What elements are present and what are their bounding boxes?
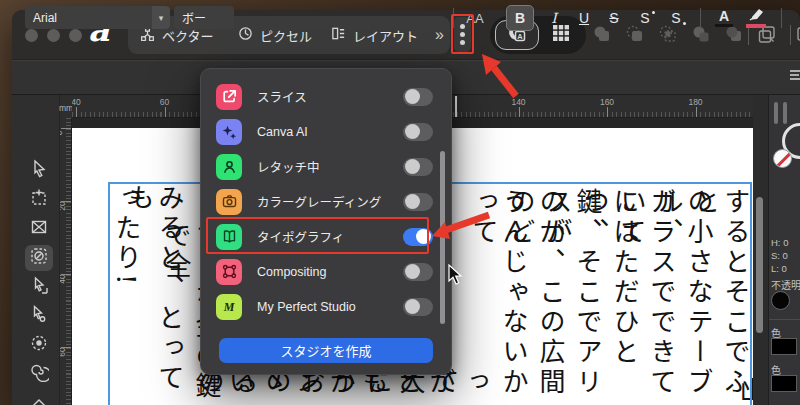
- ruler-label: 60: [160, 97, 169, 107]
- text-column: するとそこでふと: [717, 188, 749, 405]
- contour-tool-button[interactable]: [25, 303, 53, 329]
- svg-text:M: M: [223, 300, 235, 314]
- panel-grip[interactable]: [774, 102, 778, 124]
- ruler-label: 40: [60, 274, 67, 283]
- font-family-select[interactable]: Arial ▾: [25, 6, 170, 29]
- studio-item-canva-ai[interactable]: Canva AI: [201, 114, 451, 149]
- italic-button[interactable]: I: [542, 5, 566, 31]
- selection-brush-tool-button[interactable]: [25, 332, 53, 358]
- document-scrollbar-thumb[interactable]: [756, 197, 763, 333]
- font-weight-select[interactable]: ボー: [174, 6, 234, 29]
- popup-scrollbar-thumb[interactable]: [440, 151, 445, 324]
- ruler-label: 40: [72, 97, 81, 107]
- annotation-box-menu: [451, 14, 474, 54]
- retouch-toggle[interactable]: [403, 158, 433, 176]
- artboard-tool-button[interactable]: [25, 187, 53, 213]
- studio-item-compositing[interactable]: Compositing: [201, 254, 451, 289]
- toolbar-divider: [790, 25, 791, 45]
- compositing-toggle[interactable]: [403, 263, 433, 281]
- superscript-button[interactable]: S: [633, 5, 657, 31]
- boolean-divide-icon[interactable]: [691, 24, 712, 49]
- ruler-label: 60: [60, 347, 67, 356]
- traffic-light-minimize[interactable]: [47, 29, 60, 42]
- ruler-label: 0: [60, 131, 64, 136]
- my-perfect-studio-toggle[interactable]: [403, 298, 433, 316]
- create-studio-button[interactable]: スタジオを作成: [219, 338, 433, 363]
- highlighter-button[interactable]: [744, 5, 768, 31]
- strikethrough-button[interactable]: S: [602, 5, 626, 31]
- ruler-cursor-line: [455, 96, 457, 117]
- svg-text:A: A: [517, 32, 523, 41]
- opacity-swatch[interactable]: [771, 291, 790, 310]
- panel-divider: [769, 319, 800, 320]
- font-family-value: Arial: [33, 11, 57, 25]
- highlight-color-swatch: [746, 24, 766, 28]
- marquee-tool-button[interactable]: [25, 245, 53, 271]
- color-grading-icon: [216, 189, 242, 215]
- slice-icon: [216, 84, 242, 110]
- studio-item-label: スライス: [257, 87, 307, 106]
- canva-ai-icon: [216, 119, 242, 145]
- insert-inside-icon[interactable]: [795, 25, 800, 49]
- placeholder-tool-icon: [29, 217, 49, 241]
- text-column: ガラスでできていて: [643, 188, 675, 405]
- subscript-button[interactable]: S: [664, 5, 688, 31]
- color-grading-toggle[interactable]: [403, 193, 433, 211]
- text-column: って: [456, 368, 488, 405]
- persona-tab-layout[interactable]: レイアウト: [331, 16, 418, 54]
- compositing-icon: [216, 259, 242, 285]
- studio-item-slice[interactable]: スライス: [201, 79, 451, 114]
- text-column: の小さなテーブル、: [680, 188, 712, 405]
- color-swatch[interactable]: [771, 375, 797, 392]
- text-frame-border: [750, 182, 752, 405]
- move-tool-button[interactable]: [25, 158, 53, 184]
- shape-tool-button[interactable]: [25, 396, 53, 405]
- traffic-light-close[interactable]: [25, 29, 38, 42]
- studio-item-label: Canva AI: [257, 125, 308, 139]
- marquee-tool-icon: [29, 246, 49, 270]
- studio-item-label: レタッチ中: [257, 157, 320, 176]
- persona-tab-pixel[interactable]: ピクセル: [238, 16, 312, 54]
- align-left-icon[interactable]: [789, 69, 800, 87]
- panel-grip[interactable]: [783, 102, 787, 124]
- traffic-light-zoom[interactable]: [69, 29, 82, 42]
- canva-ai-toggle[interactable]: [403, 123, 433, 141]
- artboard-tool-icon: [29, 188, 49, 212]
- studio-item-label: Compositing: [257, 265, 326, 279]
- studio-item-color-grading[interactable]: カラーグレーディング: [201, 184, 451, 219]
- font-color-button[interactable]: A: [712, 5, 736, 31]
- vector-brush-tool-icon: [29, 362, 49, 386]
- ruler-label: 160: [600, 97, 614, 107]
- bold-button[interactable]: B: [506, 5, 534, 31]
- text-column: 鍵、そこでアリスが: [569, 188, 601, 405]
- document-scrollbar-track: [753, 95, 768, 405]
- ruler-label: 180: [688, 97, 702, 107]
- color-swatch[interactable]: [771, 338, 797, 355]
- retouch-icon: [216, 154, 242, 180]
- persona-overflow-button[interactable]: »: [435, 16, 444, 54]
- toolbar-divider: [700, 8, 701, 28]
- chevron-down-icon: ▾: [152, 6, 170, 29]
- saturation-label: S: 0: [771, 250, 788, 261]
- text-column: のが、この広間のど: [532, 188, 564, 405]
- studio-item-my-perfect-studio[interactable]: MMy Perfect Studio: [201, 289, 451, 324]
- annotation-box-typography: [206, 217, 429, 254]
- vector-brush-tool-button[interactable]: [25, 361, 53, 387]
- lightness-label: L: 0: [771, 263, 787, 274]
- ruler-label: 20: [60, 201, 67, 210]
- placeholder-tool-button[interactable]: [25, 216, 53, 242]
- vertical-ruler[interactable]: 0204060: [60, 118, 72, 405]
- underline-button[interactable]: U: [572, 5, 596, 31]
- node-tool-icon: [29, 275, 49, 299]
- text-column: にはただひとつ、: [606, 188, 638, 405]
- no-fill-swatch[interactable]: [773, 149, 792, 168]
- opacity-label: 不透明度: [771, 277, 800, 292]
- no-fill-slash: [773, 150, 792, 168]
- node-tool-button[interactable]: [25, 274, 53, 300]
- studio-item-retouch[interactable]: レタッチ中: [201, 149, 451, 184]
- slice-toggle[interactable]: [403, 88, 433, 106]
- layout-persona-icon: [331, 26, 346, 44]
- text-column: うんじゃないかって: [495, 188, 527, 405]
- color-panel: H: 0 S: 0 L: 0 不透明度 色 色: [768, 95, 800, 405]
- studio-item-label: カラーグレーディング: [257, 192, 381, 211]
